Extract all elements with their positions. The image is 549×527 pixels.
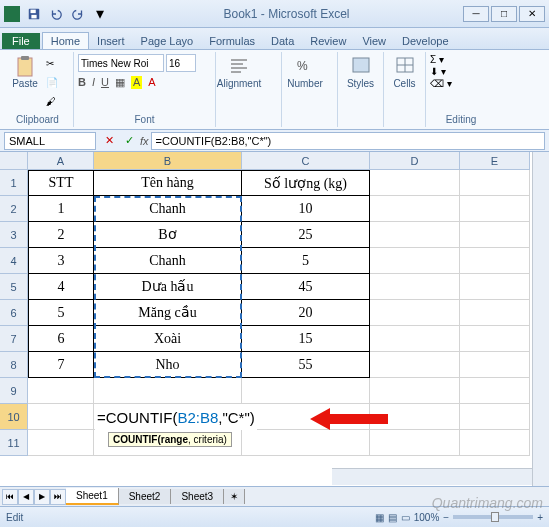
format-painter-icon[interactable]: 🖌 [46,92,58,110]
column-header-E[interactable]: E [460,152,530,170]
row-header-8[interactable]: 8 [0,352,28,378]
column-header-B[interactable]: B [94,152,242,170]
sheet-nav-prev[interactable]: ◀ [18,489,34,505]
cell-D1[interactable] [370,170,460,196]
cell-A5[interactable]: 4 [28,274,94,300]
tab-data[interactable]: Data [263,33,302,49]
clear-button[interactable]: ⌫ ▾ [430,78,492,89]
vertical-scrollbar[interactable] [532,152,549,486]
cell-B7[interactable]: Xoài [94,326,242,352]
cell-B9[interactable] [94,378,242,404]
cell-A6[interactable]: 5 [28,300,94,326]
cell-C3[interactable]: 25 [242,222,370,248]
number-button[interactable]: %Number [286,54,324,123]
cancel-formula-icon[interactable]: ✕ [100,132,118,150]
cell-E9[interactable] [460,378,530,404]
cell-A8[interactable]: 7 [28,352,94,378]
column-header-C[interactable]: C [242,152,370,170]
cell-C2[interactable]: 10 [242,196,370,222]
zoom-out-button[interactable]: − [443,512,449,523]
tab-review[interactable]: Review [302,33,354,49]
sheet-nav-first[interactable]: ⏮ [2,489,18,505]
cell-E6[interactable] [460,300,530,326]
confirm-formula-icon[interactable]: ✓ [120,132,138,150]
cell-E2[interactable] [460,196,530,222]
row-header-1[interactable]: 1 [0,170,28,196]
row-header-2[interactable]: 2 [0,196,28,222]
cell-C5[interactable]: 45 [242,274,370,300]
italic-button[interactable]: I [92,76,95,89]
sheet-tab-3[interactable]: Sheet3 [171,489,224,504]
cell-E1[interactable] [460,170,530,196]
cell-A2[interactable]: 1 [28,196,94,222]
cell-E4[interactable] [460,248,530,274]
row-header-4[interactable]: 4 [0,248,28,274]
cell-A11[interactable] [28,430,94,456]
autosum-button[interactable]: Σ ▾ [430,54,492,65]
file-tab[interactable]: File [2,33,40,49]
sheet-nav-next[interactable]: ▶ [34,489,50,505]
select-all-corner[interactable] [0,152,28,170]
minimize-button[interactable]: ─ [463,6,489,22]
cell-D6[interactable] [370,300,460,326]
zoom-in-button[interactable]: + [537,512,543,523]
underline-button[interactable]: U [101,76,109,89]
cell-D11[interactable] [370,430,460,456]
cell-B4[interactable]: Chanh [94,248,242,274]
cell-C7[interactable]: 15 [242,326,370,352]
tab-insert[interactable]: Insert [89,33,133,49]
close-button[interactable]: ✕ [519,6,545,22]
bold-button[interactable]: B [78,76,86,89]
name-box[interactable]: SMALL [4,132,96,150]
row-header-9[interactable]: 9 [0,378,28,404]
sheet-tab-1[interactable]: Sheet1 [66,488,119,505]
cell-A7[interactable]: 6 [28,326,94,352]
cell-C8[interactable]: 55 [242,352,370,378]
tab-formulas[interactable]: Formulas [201,33,263,49]
cell-E11[interactable] [460,430,530,456]
sheet-tab-2[interactable]: Sheet2 [119,489,172,504]
maximize-button[interactable]: □ [491,6,517,22]
view-break-icon[interactable]: ▭ [401,512,410,523]
zoom-slider[interactable] [453,515,533,519]
cut-icon[interactable]: ✂ [46,54,58,72]
cell-A9[interactable] [28,378,94,404]
cell-D2[interactable] [370,196,460,222]
cell-E7[interactable] [460,326,530,352]
cell-D7[interactable] [370,326,460,352]
font-color-button[interactable]: A [148,76,155,89]
qat-dropdown-icon[interactable]: ▾ [90,4,110,24]
new-sheet-button[interactable]: ✶ [224,489,245,504]
cells-button[interactable]: Cells [388,54,421,123]
cell-B2[interactable]: Chanh [94,196,242,222]
paste-button[interactable]: Paste [6,54,44,112]
horizontal-scrollbar[interactable] [332,468,532,485]
cell-D8[interactable] [370,352,460,378]
tab-developer[interactable]: Develope [394,33,456,49]
alignment-button[interactable]: Alignment [220,54,258,123]
cell-C6[interactable]: 20 [242,300,370,326]
row-header-11[interactable]: 11 [0,430,28,456]
fx-icon[interactable]: fx [140,135,149,147]
cell-B6[interactable]: Măng cầu [94,300,242,326]
cell-C4[interactable]: 5 [242,248,370,274]
cell-C11[interactable] [242,430,370,456]
copy-icon[interactable]: 📄 [46,73,58,91]
cell-C1[interactable]: Số lượng (kg) [242,170,370,196]
fill-color-button[interactable]: A [131,76,142,89]
cell-C9[interactable] [242,378,370,404]
cell-A3[interactable]: 2 [28,222,94,248]
cell-D9[interactable] [370,378,460,404]
cell-B8[interactable]: Nho [94,352,242,378]
font-size-combo[interactable] [166,54,196,72]
row-header-5[interactable]: 5 [0,274,28,300]
view-normal-icon[interactable]: ▦ [375,512,384,523]
row-header-7[interactable]: 7 [0,326,28,352]
cell-D5[interactable] [370,274,460,300]
cell-B1[interactable]: Tên hàng [94,170,242,196]
column-header-D[interactable]: D [370,152,460,170]
cell-A10[interactable] [28,404,94,430]
cell-D4[interactable] [370,248,460,274]
tab-page-layout[interactable]: Page Layo [133,33,202,49]
border-button[interactable]: ▦ [115,76,125,89]
